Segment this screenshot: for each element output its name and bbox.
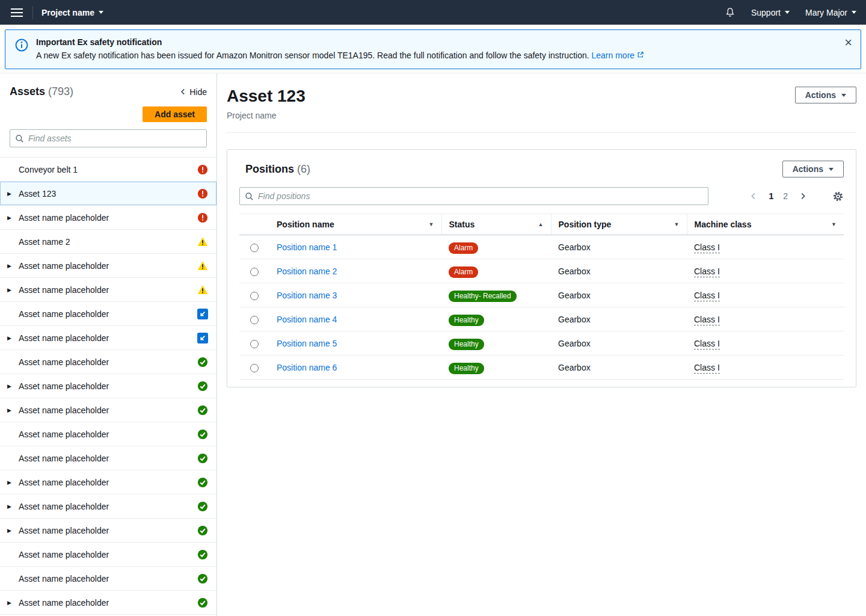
row-select-radio[interactable] (250, 364, 259, 372)
position-name-link[interactable]: Position name 6 (277, 363, 337, 372)
sort-descending-icon[interactable]: ▼ (674, 221, 680, 227)
assets-count: (793) (48, 85, 73, 97)
expand-icon[interactable]: ▶ (7, 287, 15, 293)
row-select-radio[interactable] (250, 244, 259, 252)
asset-name-label: Asset name placeholder (19, 550, 194, 559)
machine-class-value[interactable]: Class I (694, 291, 720, 301)
status-badge: Alarm (449, 242, 478, 254)
user-menu-dropdown[interactable]: Mary Major (805, 8, 856, 17)
find-positions-input[interactable] (258, 191, 703, 201)
asset-list-item[interactable]: Asset name placeholder (0, 422, 216, 446)
find-assets-input[interactable] (28, 134, 201, 143)
banner-message: A new Ex safety notification has been is… (36, 51, 644, 60)
position-name-link[interactable]: Position name 2 (277, 266, 337, 276)
table-settings-button[interactable] (832, 191, 844, 202)
asset-name-label: Asset 123 (19, 189, 194, 199)
expand-icon[interactable]: ▶ (7, 383, 15, 389)
asset-list-item[interactable]: ▶ Asset 123 (0, 182, 216, 206)
learn-more-link[interactable]: Learn more (592, 51, 644, 60)
hide-panel-button[interactable]: Hide (179, 87, 207, 97)
asset-status-icon (197, 453, 208, 464)
machine-class-value[interactable]: Class I (694, 315, 720, 325)
add-asset-button[interactable]: Add asset (143, 106, 207, 122)
asset-list-item[interactable]: ▶ Asset name placeholder (0, 374, 216, 398)
chevron-left-icon (749, 192, 758, 200)
asset-name-label: Asset name placeholder (19, 526, 194, 535)
asset-list-item[interactable]: ▶ Asset name placeholder (0, 470, 216, 494)
column-label: Position type (559, 220, 612, 229)
positions-actions-button[interactable]: Actions (782, 161, 844, 177)
row-select-radio[interactable] (250, 340, 259, 348)
sort-ascending-icon[interactable]: ▲ (538, 221, 544, 227)
position-table-row: Position name 3 Healthy- Recalled Gearbo… (239, 283, 844, 307)
column-header[interactable]: Position type▼ (551, 214, 687, 235)
previous-page-button[interactable] (746, 189, 761, 203)
page-number-button[interactable]: 1 (764, 189, 778, 203)
asset-list-item[interactable]: ▶ Asset name placeholder (0, 519, 216, 543)
expand-icon[interactable]: ▶ (7, 335, 15, 341)
expand-icon[interactable]: ▶ (7, 215, 15, 221)
asset-status-icon (197, 501, 208, 512)
column-header[interactable]: Machine class▼ (687, 214, 844, 235)
page-number-button[interactable]: 2 (778, 189, 793, 203)
asset-list-item[interactable]: Asset name placeholder (0, 302, 216, 326)
position-name-link[interactable]: Position name 3 (277, 291, 337, 300)
machine-class-value[interactable]: Class I (694, 266, 720, 277)
banner-container: Important Ex safety notification A new E… (0, 25, 866, 73)
chevron-right-icon (799, 192, 807, 200)
machine-class-value[interactable]: Class I (694, 339, 720, 350)
asset-list-item[interactable]: ▶ Asset name placeholder (0, 326, 216, 350)
notifications-button[interactable] (725, 7, 735, 18)
row-select-radio[interactable] (250, 292, 259, 300)
next-page-button[interactable] (795, 189, 811, 203)
position-name-link[interactable]: Position name 1 (277, 242, 337, 252)
column-label: Position name (277, 220, 334, 229)
menu-icon[interactable] (10, 5, 24, 20)
machine-class-value[interactable]: Class I (694, 363, 720, 374)
sort-descending-icon[interactable]: ▼ (831, 221, 837, 227)
row-select-radio[interactable] (250, 268, 259, 276)
asset-list-item[interactable]: Asset name placeholder (0, 446, 216, 470)
chevron-left-icon (179, 88, 187, 96)
positions-title-label: Positions (245, 163, 294, 175)
column-header[interactable]: Position name▼ (269, 214, 441, 235)
position-name-link[interactable]: Position name 5 (277, 339, 337, 348)
expand-icon[interactable]: ▶ (7, 600, 15, 606)
sort-descending-icon[interactable]: ▼ (429, 221, 434, 227)
asset-list-item[interactable]: ▶ Asset name placeholder (0, 494, 216, 519)
expand-icon[interactable]: ▶ (7, 407, 15, 413)
asset-actions-label: Actions (805, 90, 836, 100)
column-header[interactable]: Status▲ (441, 214, 551, 235)
asset-list-item[interactable]: ▶ Asset name placeholder (0, 591, 216, 615)
expand-icon[interactable]: ▶ (7, 479, 15, 485)
expand-icon[interactable]: ▶ (7, 528, 15, 534)
asset-list-item[interactable]: Asset name 2 (0, 230, 216, 254)
asset-name-label: Asset name placeholder (19, 405, 194, 415)
column-label: Machine class (695, 220, 752, 229)
asset-list-item[interactable]: ▶ Asset name placeholder (0, 206, 216, 230)
project-name-dropdown[interactable]: Project name (41, 8, 103, 17)
asset-name-label: Asset name placeholder (19, 261, 194, 271)
position-type-value: Gearbox (558, 266, 591, 276)
expand-icon[interactable]: ▶ (7, 504, 15, 510)
machine-class-value[interactable]: Class I (694, 242, 720, 253)
position-name-link[interactable]: Position name 4 (277, 315, 337, 324)
assets-search-box (10, 129, 207, 147)
asset-actions-button[interactable]: Actions (795, 87, 856, 103)
asset-list-item[interactable]: Asset name placeholder (0, 350, 216, 374)
support-dropdown[interactable]: Support (751, 8, 790, 17)
table-header-row: Position name▼Status▲Position type▼Machi… (239, 214, 844, 235)
asset-list-item[interactable]: Conveyor belt 1 (0, 158, 216, 182)
asset-list-item[interactable]: Asset name placeholder (0, 543, 216, 567)
asset-list-item[interactable]: ▶ Asset name placeholder (0, 398, 216, 422)
row-select-radio[interactable] (250, 316, 259, 324)
asset-status-icon (197, 285, 208, 295)
asset-status-icon (197, 573, 208, 584)
asset-list-item[interactable]: ▶ Asset name placeholder (0, 254, 216, 278)
asset-list-item[interactable]: Asset name placeholder (0, 567, 216, 591)
status-badge: Healthy (449, 363, 484, 374)
asset-list-item[interactable]: ▶ Asset name placeholder (0, 278, 216, 302)
expand-icon[interactable]: ▶ (7, 263, 15, 269)
close-icon[interactable]: × (844, 36, 852, 49)
expand-icon[interactable]: ▶ (7, 191, 15, 197)
